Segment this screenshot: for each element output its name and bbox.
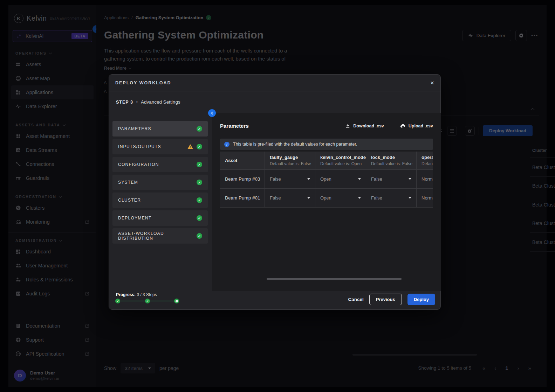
operation-mode-select[interactable]: Norm [417,170,433,189]
step-separator: • [136,100,138,105]
check-circle-icon: ✓ [197,144,202,149]
check-circle-icon: ✓ [197,197,202,203]
header-cell-asset: Asset [220,152,265,170]
caret-down-icon [409,178,411,180]
nav-item-label: CLUSTER [118,198,141,203]
progress-text: Progress: 3 / 3 Steps [116,292,157,297]
progress-track: ✓ ✓ [116,301,178,301]
nav-item-label: SYSTEM [118,180,138,185]
modal-footer: Progress: 3 / 3 Steps ✓ ✓ Cancel Previou… [109,290,440,309]
parameters-table: Asset faulty_gauge Default value is: Fal… [220,152,433,208]
table-row: Beam Pump #01 False Open False Norm [220,189,433,208]
table-header-row: Asset faulty_gauge Default value is: Fal… [220,152,433,170]
step-name: Advanced Settings [141,99,180,105]
nav-item-parameters[interactable]: PARAMETERS ✓ [112,121,208,136]
check-circle-icon: ✓ [197,233,202,239]
info-banner: i This table is pre-filed with the defau… [220,139,433,150]
nav-item-label: INPUTS/OUTPUTS [118,144,161,149]
nav-item-system[interactable]: SYSTEM ✓ [112,175,208,190]
nav-item-label: DEPLOYMENT [118,216,152,220]
download-icon [345,123,350,128]
panel-title: Parameters [220,123,249,129]
check-circle-icon: ✓ [197,162,202,167]
header-cell-operation-mode: operation_mode Default value is: Norma [417,152,433,170]
progress-step-2-check: ✓ [145,299,150,303]
download-csv-label: Download .csv [353,124,384,128]
nav-item-label: CONFIGURATION [118,162,159,167]
check-circle-icon: ✓ [197,180,202,185]
table-horizontal-scrollbar[interactable] [267,278,402,280]
close-button[interactable]: × [430,79,434,86]
asset-cell: Beam Pump #03 [220,170,265,189]
warning-triangle-icon: ! [187,144,193,149]
table-body: Beam Pump #03 False Open False Norm Beam… [220,170,433,208]
step-label: STEP 3 [116,100,133,105]
app-root: K Kelvin BETA Environment (DEV) KelvinAI… [0,0,555,392]
info-banner-text: This table is pre-filed with the default… [233,142,357,147]
faulty-gauge-select[interactable]: False [265,189,315,208]
nav-item-cluster[interactable]: CLUSTER ✓ [112,192,208,208]
close-icon: × [430,79,434,86]
nav-item-deployment[interactable]: DEPLOYMENT ✓ [112,210,208,226]
deploy-button[interactable]: Deploy [407,294,435,305]
caret-down-icon [307,197,310,199]
progress-value: 3 / 3 Steps [137,292,157,297]
nav-item-asset-workload-distribution[interactable]: ASSET-WORKLOAD DISTRIBUTION ✓ [112,228,208,244]
lock-mode-select[interactable]: False [366,189,417,208]
cancel-button[interactable]: Cancel [348,297,363,302]
asset-cell: Beam Pump #01 [220,189,265,208]
kelvin-control-mode-select[interactable]: Open [315,189,366,208]
upload-csv-label: Upload .csv [409,124,433,128]
nav-item-label: ASSET-WORKLOAD DISTRIBUTION [118,231,190,241]
step-indicator: STEP 3 • Advanced Settings [116,99,180,105]
nav-item-label: PARAMETERS [118,126,151,131]
caret-down-icon [358,178,361,180]
panel-header: Parameters Download .csv Upload .csv [220,123,433,129]
header-cell-kelvin-control-mode: kelvin_control_mode Default value is: Op… [315,152,366,170]
progress-step-3-current [174,299,179,303]
caret-down-icon [409,197,411,199]
parameters-panel: Parameters Download .csv Upload .csv i T… [212,113,441,291]
upload-cloud-icon [400,123,406,129]
nav-item-inputs-outputs[interactable]: INPUTS/OUTPUTS ! ✓ [112,139,208,154]
check-circle-icon: ✓ [197,126,202,132]
panel-collapse-button[interactable] [208,109,216,117]
check-circle-icon: ✓ [197,215,202,221]
modal-step-nav: PARAMETERS ✓ INPUTS/OUTPUTS ! ✓ CONFIGUR… [112,121,208,246]
progress-label: Progress: [116,292,136,297]
modal-title: DEPLOY WORKLOAD [115,80,171,85]
caret-down-icon [358,197,361,199]
lock-mode-select[interactable]: False [366,170,417,189]
table-row: Beam Pump #03 False Open False Norm [220,170,433,189]
modal-buttons: Cancel Previous Deploy [348,294,435,305]
download-csv-button[interactable]: Download .csv [345,123,384,128]
faulty-gauge-select[interactable]: False [265,170,315,189]
modal-header: DEPLOY WORKLOAD × [109,75,440,91]
kelvin-control-mode-select[interactable]: Open [315,170,366,189]
progress-step-1-check: ✓ [115,299,120,303]
chevron-left-icon [210,111,214,115]
caret-down-icon [307,178,310,180]
info-icon: i [224,142,229,147]
deploy-workload-modal: DEPLOY WORKLOAD × STEP 3 • Advanced Sett… [109,74,441,310]
operation-mode-select[interactable]: Norm [417,189,433,208]
upload-csv-button[interactable]: Upload .csv [400,123,433,129]
header-cell-faulty-gauge: faulty_gauge Default value is: False [265,152,315,170]
previous-button[interactable]: Previous [369,294,402,305]
nav-item-configuration[interactable]: CONFIGURATION ✓ [112,157,208,172]
header-cell-lock-mode: lock_mode Default value is: False [366,152,417,170]
